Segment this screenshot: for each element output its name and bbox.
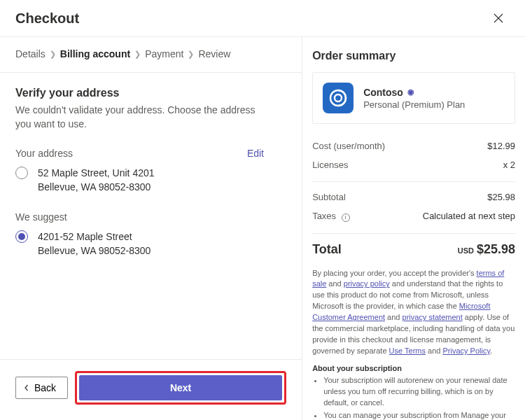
svg-point-1 [335,94,342,102]
suggested-address-line1: 4201-52 Maple Street [38,230,150,244]
taxes-label: Taxes [312,211,336,221]
verify-address-subtext: We couldn't validate your address. Choos… [15,104,267,131]
chevron-right-icon: ❯ [50,50,56,59]
entered-address-line2: Bellevue, WA 98052-8300 [38,180,155,194]
back-button-label: Back [34,382,56,393]
about-subscription-heading: About your subscription [312,364,515,372]
breadcrumb-step-payment[interactable]: Payment [145,48,183,59]
cost-label: Cost (user/month) [312,141,385,151]
product-card: Contoso ◉ Personal (Premium) Plan [312,72,515,124]
address-option-suggested[interactable]: 4201-52 Maple Street Bellevue, WA 98052-… [15,230,286,258]
order-summary-heading: Order summary [312,50,515,62]
edit-address-button[interactable]: Edit [247,148,264,159]
radio-selected-icon[interactable] [15,230,28,243]
chevron-right-icon: ❯ [188,50,194,59]
breadcrumb-step-review[interactable]: Review [198,48,230,59]
entered-address-line1: 52 Maple Street, Unit 4201 [38,166,155,180]
suggested-address-line2: Bellevue, WA 98052-8300 [38,244,150,258]
next-button-highlight: Next [75,371,286,405]
subtotal-label: Subtotal [312,192,346,202]
your-address-label: Your address [15,148,73,159]
page-title: Checkout [15,10,79,27]
legal-text: By placing your order, you accept the pr… [312,268,515,358]
breadcrumb: Details ❯ Billing account ❯ Payment ❯ Re… [0,37,302,73]
breadcrumb-step-details[interactable]: Details [15,48,46,59]
subtotal-value: $25.98 [487,192,515,202]
product-logo-icon [323,83,354,113]
licenses-label: Licenses [312,160,348,170]
verified-badge-icon: ◉ [407,88,414,97]
autorenew-bullet-2: You can manage your subscription from Ma… [323,410,515,420]
total-label: Total [312,242,342,257]
product-name: Contoso [363,87,403,98]
cost-value: $12.99 [487,141,515,151]
next-button[interactable]: Next [79,375,282,400]
info-icon[interactable]: i [342,214,350,222]
breadcrumb-step-billing[interactable]: Billing account [60,48,130,59]
autorenew-bullet-1: Your subscription will autorenew on your… [323,375,515,409]
close-icon [493,13,503,23]
chevron-left-icon [23,384,30,391]
use-terms-link[interactable]: Use Terms [389,346,426,355]
privacy-statement-link[interactable]: privacy statement [402,313,463,321]
licenses-value: x 2 [503,160,515,170]
close-button[interactable] [487,7,510,29]
address-option-entered[interactable]: 52 Maple Street, Unit 4201 Bellevue, WA … [15,166,286,195]
chevron-right-icon: ❯ [134,50,141,59]
product-plan: Personal (Premium) Plan [363,99,465,110]
verify-address-heading: Verify your address [15,87,286,99]
taxes-value: Calculated at next step [423,211,515,222]
we-suggest-label: We suggest [15,211,67,223]
back-button[interactable]: Back [15,377,68,399]
radio-unselected-icon[interactable] [15,167,28,179]
total-value: $25.98 [477,242,515,256]
total-currency: USD [458,246,474,255]
privacy-policy-link[interactable]: privacy policy [344,279,390,288]
privacy-policy-2-link[interactable]: Privacy Policy [442,346,490,355]
